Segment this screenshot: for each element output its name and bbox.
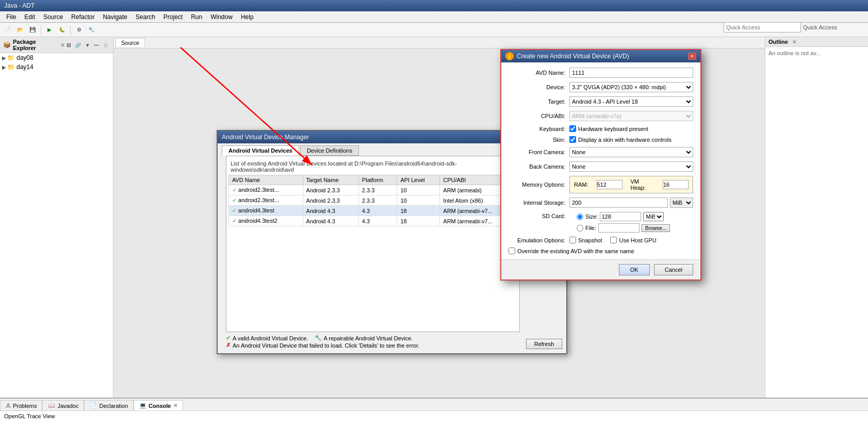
toolbar-btn-2[interactable]: 🔧 (86, 24, 97, 36)
override-checkbox[interactable] (509, 248, 515, 254)
col-platform: Platform (358, 175, 397, 185)
table-row[interactable]: ✓ android2.3test... Android 2.3.3 2.3.3 … (229, 195, 517, 206)
api-cell: 10 (397, 195, 440, 206)
memory-row: Memory Options: RAM: VM Heap: (509, 176, 693, 193)
table-row[interactable]: ✓ android4.3test2 Android 4.3 4.3 18 ARM… (229, 216, 517, 226)
tab-javadoc[interactable]: 📖 Javadoc (42, 400, 84, 410)
snapshot-checkbox[interactable] (569, 237, 576, 243)
keyboard-checkbox[interactable] (569, 125, 576, 132)
view-menu-icon[interactable]: ▾ (83, 41, 91, 49)
minimize-icon[interactable]: — (92, 41, 101, 49)
menu-project[interactable]: Project (159, 12, 187, 22)
menu-window[interactable]: Window (206, 12, 237, 22)
skin-checkbox[interactable] (569, 136, 576, 143)
menu-file[interactable]: File (2, 12, 20, 22)
title-bar: Java - ADT (0, 0, 868, 11)
ok-button[interactable]: OK (619, 264, 650, 275)
target-select[interactable]: Android 4.3 - API Level 18 (569, 96, 693, 107)
tree-item-day14[interactable]: ▶ 📁 day14 (0, 62, 113, 72)
sd-card-row: SD Card: Size: MiB File: (509, 212, 693, 233)
quick-access-input[interactable] (724, 22, 801, 32)
target-cell: Android 4.3 (303, 206, 358, 216)
ram-label: RAM: (574, 182, 588, 188)
menu-help[interactable]: Help (237, 12, 258, 22)
sdcard-size-radio-label[interactable]: Size: (577, 213, 598, 220)
front-camera-label: Front Camera: (509, 149, 565, 155)
source-tab[interactable]: Source (116, 38, 145, 47)
avd-name-cell: ✓ android4.3test (229, 206, 303, 216)
menu-navigate[interactable]: Navigate (99, 12, 131, 22)
host-gpu-checkbox[interactable] (610, 237, 617, 243)
debug-button[interactable]: 🐛 (56, 24, 68, 36)
platform-cell: 2.3.3 (358, 195, 397, 206)
sdcard-file-radio[interactable] (577, 225, 583, 232)
table-row[interactable]: ✓ android2.3test... Android 2.3.3 2.3.3 … (229, 185, 517, 195)
folder-icon-day08: 📁 (7, 54, 15, 61)
menu-source[interactable]: Source (39, 12, 67, 22)
sd-size-input[interactable] (600, 212, 641, 221)
sd-file-input[interactable] (598, 223, 640, 233)
toolbar-btn-1[interactable]: ⚙ (73, 24, 85, 36)
status-valid-text: A valid Android Virtual Device. (233, 335, 308, 341)
internal-storage-input[interactable] (569, 198, 668, 208)
tab-device-definitions[interactable]: Device Definitions (300, 145, 359, 156)
console-close-icon[interactable]: ✕ (173, 403, 177, 408)
tab-console[interactable]: 💻 Console ✕ (134, 400, 183, 410)
menu-run[interactable]: Run (187, 12, 206, 22)
api-cell: 18 (397, 206, 440, 216)
host-gpu-label[interactable]: Use Host GPU (610, 237, 656, 243)
sd-size-unit-select[interactable]: MiB (643, 212, 664, 221)
menu-edit[interactable]: Edit (20, 12, 39, 22)
create-avd-title: i Create new Android Virtual Device (AVD… (501, 50, 700, 62)
package-explorer-title: Package Explorer (13, 39, 58, 51)
console-content: OpenGL Trace View (4, 413, 55, 419)
target-cell: Android 4.3 (303, 216, 358, 226)
avd-name-input[interactable] (569, 68, 693, 78)
tree-label-day08: day08 (17, 54, 34, 61)
table-row[interactable]: ✓ android4.3test Android 4.3 4.3 18 ARM … (229, 206, 517, 216)
memory-label: Memory Options: (509, 182, 565, 188)
declaration-icon: 📄 (90, 402, 97, 409)
back-camera-select[interactable]: None (569, 161, 693, 172)
internal-storage-unit-select[interactable]: MiB (670, 198, 693, 208)
new-button[interactable]: 📄 (2, 24, 13, 36)
sdcard-size-radio[interactable] (577, 213, 583, 220)
cpu-select[interactable]: ARM (armeabi-v7a) (569, 111, 693, 121)
target-label: Target: (509, 98, 565, 105)
tree-item-day08[interactable]: ▶ 📁 day08 (0, 53, 113, 62)
cancel-button[interactable]: Cancel (654, 264, 693, 275)
emulation-label: Emulation Options: (509, 237, 565, 243)
ram-input[interactable] (597, 180, 623, 189)
menu-search[interactable]: Search (132, 12, 159, 22)
run-button[interactable]: ▶ (44, 24, 55, 36)
skin-checkbox-label[interactable]: Display a skin with hardware controls (569, 136, 672, 143)
snapshot-text: Snapshot (578, 237, 602, 243)
override-row: Override the existing AVD with the same … (509, 248, 693, 254)
open-button[interactable]: 📂 (14, 24, 26, 36)
snapshot-label[interactable]: Snapshot (569, 237, 602, 243)
device-select[interactable]: 3.2" QVGA (ADP2) (320 × 480: mdpi) (569, 82, 693, 92)
status-failed-text: An Android Virtual Device that failed to… (233, 342, 419, 349)
outline-title-area: Outline ✕ (768, 39, 796, 45)
outline-title: Outline (768, 39, 788, 45)
menu-refactor[interactable]: Refactor (67, 12, 99, 22)
refresh-avd-button[interactable]: Refresh (526, 339, 562, 349)
tab-android-virtual-devices[interactable]: Android Virtual Devices (222, 145, 299, 156)
keyboard-checkbox-label[interactable]: Hardware keyboard present (569, 125, 648, 132)
maximize-icon[interactable]: □ (102, 41, 110, 49)
save-button[interactable]: 💾 (27, 24, 38, 36)
tab-declaration[interactable]: 📄 Declaration (84, 400, 134, 410)
bottom-bar: ⚠ Problems 📖 Javadoc 📄 Declaration 💻 Con… (0, 398, 868, 444)
sdcard-file-radio-label[interactable]: File: (577, 225, 596, 232)
valid-icon: ✓ (226, 335, 231, 341)
front-camera-select[interactable]: None (569, 147, 693, 157)
vm-heap-input[interactable] (663, 180, 689, 189)
folder-icon-day14: 📁 (7, 63, 15, 71)
collapse-all-icon[interactable]: ⊟ (64, 41, 73, 49)
outline-message: An outline is not av... (765, 47, 868, 59)
skin-label: Skin: (509, 137, 565, 143)
create-avd-close-btn[interactable]: ✕ (688, 53, 696, 60)
tab-problems[interactable]: ⚠ Problems (0, 400, 42, 410)
browse-btn[interactable]: Browse... (642, 224, 670, 232)
link-editor-icon[interactable]: 🔗 (74, 41, 82, 49)
